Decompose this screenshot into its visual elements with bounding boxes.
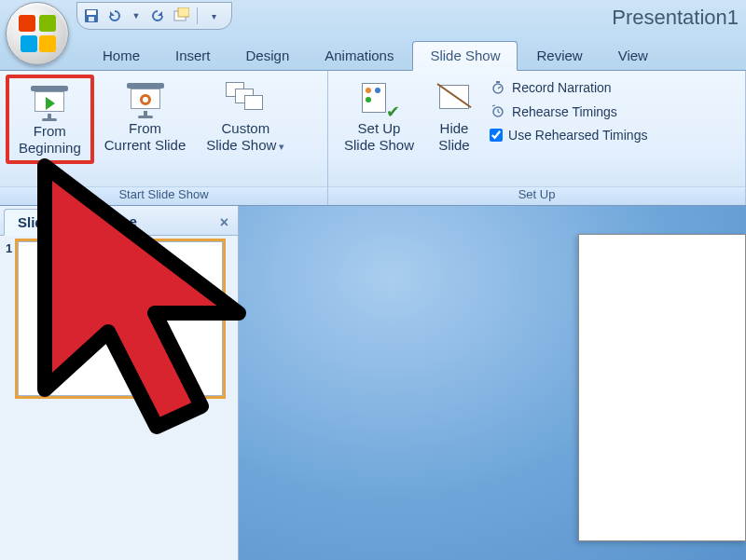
custom-slide-show-label: Custom Slide Show	[206, 120, 284, 154]
panel-close-button[interactable]: ×	[211, 211, 238, 235]
slide-canvas[interactable]	[578, 234, 746, 541]
use-rehearsed-timings-input[interactable]	[490, 129, 503, 142]
set-up-slide-show-button[interactable]: ✔ Set Up Slide Show	[334, 75, 424, 158]
panel-tab-slides[interactable]: Slides	[4, 209, 73, 236]
qat-separator	[197, 7, 198, 24]
office-button[interactable]	[6, 2, 69, 65]
svg-rect-6	[496, 81, 500, 83]
group-set-up: ✔ Set Up Slide Show Hide Slide Record Na…	[328, 71, 746, 205]
from-beginning-button[interactable]: From Beginning	[6, 75, 94, 164]
panel-tab-outline[interactable]: Outline	[75, 208, 151, 235]
rehearse-timings-button[interactable]: Rehearse Timings	[488, 102, 649, 121]
quick-access-toolbar: ▼ ▾	[76, 2, 232, 30]
slide-editor[interactable]	[239, 206, 746, 560]
from-beginning-label: From Beginning	[19, 123, 81, 157]
hide-slide-button[interactable]: Hide Slide	[424, 75, 484, 158]
tab-design[interactable]: Design	[229, 42, 307, 70]
from-current-slide-button[interactable]: From Current Slide	[94, 75, 197, 158]
tab-view[interactable]: View	[601, 42, 665, 70]
customize-qat-icon[interactable]: ▾	[205, 7, 222, 24]
from-current-slide-icon	[126, 79, 165, 118]
workspace: Slides Outline × 1	[0, 206, 746, 560]
from-current-slide-label: From Current Slide	[104, 120, 186, 154]
tab-home[interactable]: Home	[86, 42, 157, 70]
slide-thumb-row: 1	[6, 241, 232, 396]
clock-arrow-icon	[490, 103, 506, 120]
tab-review[interactable]: Review	[519, 42, 599, 70]
stopwatch-icon	[490, 79, 506, 96]
svg-rect-1	[87, 10, 96, 15]
tab-slide-show[interactable]: Slide Show	[412, 41, 518, 71]
group-label-start: Start Slide Show	[0, 186, 327, 205]
slide-thumbnail-1[interactable]	[18, 241, 223, 396]
group-start-slide-show: From Beginning From Current Slide Custom…	[0, 71, 328, 205]
tab-animations[interactable]: Animations	[308, 42, 410, 70]
office-logo-icon	[19, 15, 56, 52]
ribbon: From Beginning From Current Slide Custom…	[0, 71, 746, 206]
use-rehearsed-timings-label: Use Rehearsed Timings	[508, 128, 647, 143]
undo-dropdown-icon[interactable]: ▼	[128, 7, 145, 24]
custom-slide-show-button[interactable]: Custom Slide Show	[196, 75, 295, 158]
from-beginning-icon	[30, 82, 69, 121]
ribbon-tabs: Home Insert Design Animations Slide Show…	[0, 39, 746, 71]
save-icon[interactable]	[83, 7, 100, 24]
redo-icon[interactable]	[150, 7, 167, 24]
slide-number: 1	[6, 241, 12, 396]
window-title: Presentation1	[612, 6, 739, 30]
undo-icon[interactable]	[105, 7, 122, 24]
rehearse-timings-label: Rehearse Timings	[512, 104, 617, 119]
hide-slide-icon	[435, 79, 474, 118]
set-up-slide-show-label: Set Up Slide Show	[344, 120, 414, 154]
set-up-slide-show-icon: ✔	[360, 79, 399, 118]
tab-insert[interactable]: Insert	[159, 42, 228, 70]
record-narration-button[interactable]: Record Narration	[488, 78, 649, 97]
hide-slide-label: Hide Slide	[438, 120, 469, 154]
new-slide-qat-icon[interactable]	[173, 7, 189, 24]
use-rehearsed-timings-checkbox[interactable]: Use Rehearsed Timings	[488, 127, 649, 143]
record-narration-label: Record Narration	[512, 80, 612, 95]
group-label-setup: Set Up	[328, 186, 745, 205]
svg-rect-4	[178, 7, 189, 17]
svg-rect-2	[89, 17, 94, 21]
slide-panel: Slides Outline × 1	[0, 206, 239, 560]
custom-slide-show-icon	[226, 79, 265, 118]
